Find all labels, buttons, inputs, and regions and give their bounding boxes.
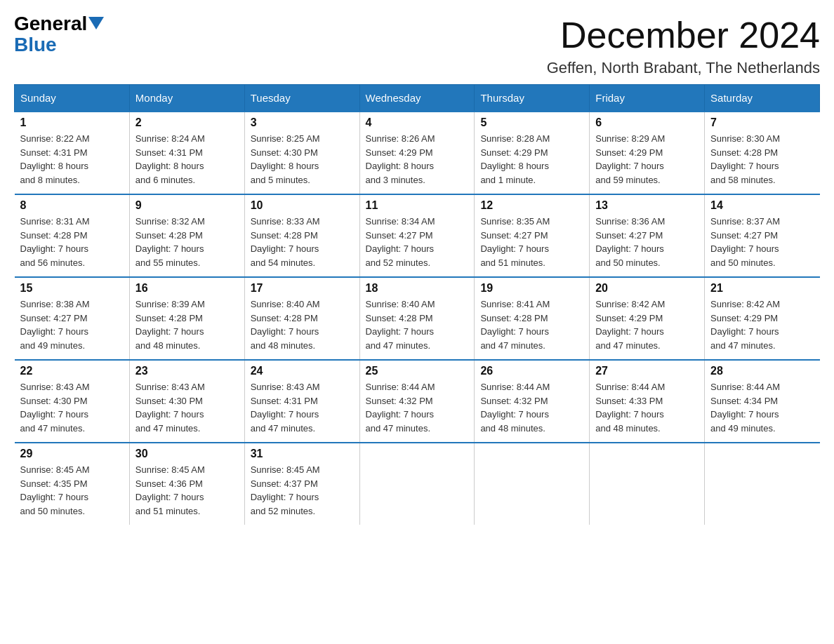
weekday-header-monday: Monday — [129, 85, 244, 112]
calendar-day-cell: 21 Sunrise: 8:42 AMSunset: 4:29 PMDaylig… — [705, 277, 820, 360]
day-number: 8 — [20, 199, 124, 212]
day-number: 12 — [480, 199, 583, 212]
calendar-header-row: SundayMondayTuesdayWednesdayThursdayFrid… — [15, 85, 820, 112]
calendar-day-cell: 17 Sunrise: 8:40 AMSunset: 4:28 PMDaylig… — [244, 277, 359, 360]
day-info: Sunrise: 8:36 AMSunset: 4:27 PMDaylight:… — [595, 215, 699, 269]
day-number: 30 — [135, 448, 239, 460]
calendar-day-cell: 13 Sunrise: 8:36 AMSunset: 4:27 PMDaylig… — [590, 194, 705, 277]
calendar-day-cell: 20 Sunrise: 8:42 AMSunset: 4:29 PMDaylig… — [590, 277, 705, 360]
calendar-day-cell: 4 Sunrise: 8:26 AMSunset: 4:29 PMDayligh… — [359, 112, 475, 194]
calendar-day-cell: 9 Sunrise: 8:32 AMSunset: 4:28 PMDayligh… — [129, 194, 244, 277]
logo-triangle-icon — [88, 17, 104, 32]
day-info: Sunrise: 8:32 AMSunset: 4:28 PMDaylight:… — [135, 215, 239, 269]
day-info: Sunrise: 8:43 AMSunset: 4:30 PMDaylight:… — [20, 380, 124, 435]
calendar-day-cell: 23 Sunrise: 8:43 AMSunset: 4:30 PMDaylig… — [129, 360, 244, 443]
day-number: 18 — [366, 282, 469, 295]
day-number: 2 — [135, 116, 239, 129]
day-number: 31 — [251, 448, 354, 460]
calendar-empty-cell — [359, 443, 475, 525]
day-info: Sunrise: 8:38 AMSunset: 4:27 PMDaylight:… — [20, 297, 124, 352]
calendar-day-cell: 2 Sunrise: 8:24 AMSunset: 4:31 PMDayligh… — [129, 112, 244, 194]
day-number: 20 — [595, 282, 699, 295]
day-info: Sunrise: 8:31 AMSunset: 4:28 PMDaylight:… — [20, 215, 124, 269]
day-info: Sunrise: 8:45 AMSunset: 4:36 PMDaylight:… — [135, 463, 239, 518]
day-number: 5 — [480, 116, 583, 129]
day-info: Sunrise: 8:39 AMSunset: 4:28 PMDaylight:… — [135, 297, 239, 352]
weekday-header-sunday: Sunday — [15, 85, 130, 112]
calendar-day-cell: 1 Sunrise: 8:22 AMSunset: 4:31 PMDayligh… — [15, 112, 130, 194]
day-number: 13 — [595, 199, 699, 212]
logo-general: General — [14, 14, 87, 34]
day-info: Sunrise: 8:45 AMSunset: 4:35 PMDaylight:… — [20, 463, 124, 518]
calendar-day-cell: 18 Sunrise: 8:40 AMSunset: 4:28 PMDaylig… — [359, 277, 475, 360]
day-number: 10 — [251, 199, 354, 212]
month-title: December 2024 — [547, 14, 820, 56]
weekday-header-thursday: Thursday — [475, 85, 590, 112]
calendar-week-row: 15 Sunrise: 8:38 AMSunset: 4:27 PMDaylig… — [15, 277, 820, 360]
day-info: Sunrise: 8:35 AMSunset: 4:27 PMDaylight:… — [480, 215, 583, 269]
day-number: 17 — [251, 282, 354, 295]
day-info: Sunrise: 8:44 AMSunset: 4:34 PMDaylight:… — [710, 380, 814, 435]
day-number: 16 — [135, 282, 239, 295]
calendar-day-cell: 19 Sunrise: 8:41 AMSunset: 4:28 PMDaylig… — [475, 277, 590, 360]
day-info: Sunrise: 8:25 AMSunset: 4:30 PMDaylight:… — [251, 132, 354, 187]
day-info: Sunrise: 8:44 AMSunset: 4:32 PMDaylight:… — [366, 380, 469, 435]
calendar-day-cell: 5 Sunrise: 8:28 AMSunset: 4:29 PMDayligh… — [475, 112, 590, 194]
svg-marker-0 — [88, 17, 104, 29]
calendar-empty-cell — [475, 443, 590, 525]
weekday-header-saturday: Saturday — [705, 85, 820, 112]
day-info: Sunrise: 8:22 AMSunset: 4:31 PMDaylight:… — [20, 132, 124, 187]
day-info: Sunrise: 8:26 AMSunset: 4:29 PMDaylight:… — [366, 132, 469, 187]
day-number: 27 — [595, 365, 699, 377]
calendar-day-cell: 10 Sunrise: 8:33 AMSunset: 4:28 PMDaylig… — [244, 194, 359, 277]
calendar-day-cell: 29 Sunrise: 8:45 AMSunset: 4:35 PMDaylig… — [15, 443, 130, 525]
day-number: 7 — [710, 116, 814, 129]
calendar-week-row: 1 Sunrise: 8:22 AMSunset: 4:31 PMDayligh… — [15, 112, 820, 194]
weekday-header-friday: Friday — [590, 85, 705, 112]
calendar-day-cell: 3 Sunrise: 8:25 AMSunset: 4:30 PMDayligh… — [244, 112, 359, 194]
day-number: 22 — [20, 365, 124, 377]
day-number: 11 — [366, 199, 469, 212]
calendar-day-cell: 14 Sunrise: 8:37 AMSunset: 4:27 PMDaylig… — [705, 194, 820, 277]
day-info: Sunrise: 8:37 AMSunset: 4:27 PMDaylight:… — [710, 215, 814, 269]
calendar-day-cell: 11 Sunrise: 8:34 AMSunset: 4:27 PMDaylig… — [359, 194, 475, 277]
day-info: Sunrise: 8:33 AMSunset: 4:28 PMDaylight:… — [251, 215, 354, 269]
day-info: Sunrise: 8:40 AMSunset: 4:28 PMDaylight:… — [251, 297, 354, 352]
day-number: 21 — [710, 282, 814, 295]
day-number: 14 — [710, 199, 814, 212]
day-info: Sunrise: 8:29 AMSunset: 4:29 PMDaylight:… — [595, 132, 699, 187]
day-info: Sunrise: 8:44 AMSunset: 4:32 PMDaylight:… — [480, 380, 583, 435]
calendar-day-cell: 31 Sunrise: 8:45 AMSunset: 4:37 PMDaylig… — [244, 443, 359, 525]
calendar-day-cell: 25 Sunrise: 8:44 AMSunset: 4:32 PMDaylig… — [359, 360, 475, 443]
day-info: Sunrise: 8:28 AMSunset: 4:29 PMDaylight:… — [480, 132, 583, 187]
weekday-header-wednesday: Wednesday — [359, 85, 475, 112]
day-number: 24 — [251, 365, 354, 377]
day-number: 23 — [135, 365, 239, 377]
weekday-header-tuesday: Tuesday — [244, 85, 359, 112]
day-number: 29 — [20, 448, 124, 460]
day-info: Sunrise: 8:41 AMSunset: 4:28 PMDaylight:… — [480, 297, 583, 352]
calendar-day-cell: 24 Sunrise: 8:43 AMSunset: 4:31 PMDaylig… — [244, 360, 359, 443]
day-number: 19 — [480, 282, 583, 295]
day-number: 26 — [480, 365, 583, 377]
calendar-day-cell: 22 Sunrise: 8:43 AMSunset: 4:30 PMDaylig… — [15, 360, 130, 443]
day-info: Sunrise: 8:24 AMSunset: 4:31 PMDaylight:… — [135, 132, 239, 187]
day-info: Sunrise: 8:45 AMSunset: 4:37 PMDaylight:… — [251, 463, 354, 518]
calendar-empty-cell — [590, 443, 705, 525]
day-info: Sunrise: 8:40 AMSunset: 4:28 PMDaylight:… — [366, 297, 469, 352]
day-number: 6 — [595, 116, 699, 129]
calendar-week-row: 29 Sunrise: 8:45 AMSunset: 4:35 PMDaylig… — [15, 443, 820, 525]
location-title: Geffen, North Brabant, The Netherlands — [547, 59, 820, 77]
calendar-day-cell: 28 Sunrise: 8:44 AMSunset: 4:34 PMDaylig… — [705, 360, 820, 443]
day-info: Sunrise: 8:42 AMSunset: 4:29 PMDaylight:… — [710, 297, 814, 352]
day-number: 4 — [366, 116, 469, 129]
calendar-day-cell: 6 Sunrise: 8:29 AMSunset: 4:29 PMDayligh… — [590, 112, 705, 194]
day-info: Sunrise: 8:44 AMSunset: 4:33 PMDaylight:… — [595, 380, 699, 435]
calendar-table: SundayMondayTuesdayWednesdayThursdayFrid… — [14, 84, 820, 525]
calendar-day-cell: 8 Sunrise: 8:31 AMSunset: 4:28 PMDayligh… — [15, 194, 130, 277]
day-number: 25 — [366, 365, 469, 377]
day-info: Sunrise: 8:30 AMSunset: 4:28 PMDaylight:… — [710, 132, 814, 187]
calendar-week-row: 22 Sunrise: 8:43 AMSunset: 4:30 PMDaylig… — [15, 360, 820, 443]
day-number: 1 — [20, 116, 124, 129]
day-number: 3 — [251, 116, 354, 129]
